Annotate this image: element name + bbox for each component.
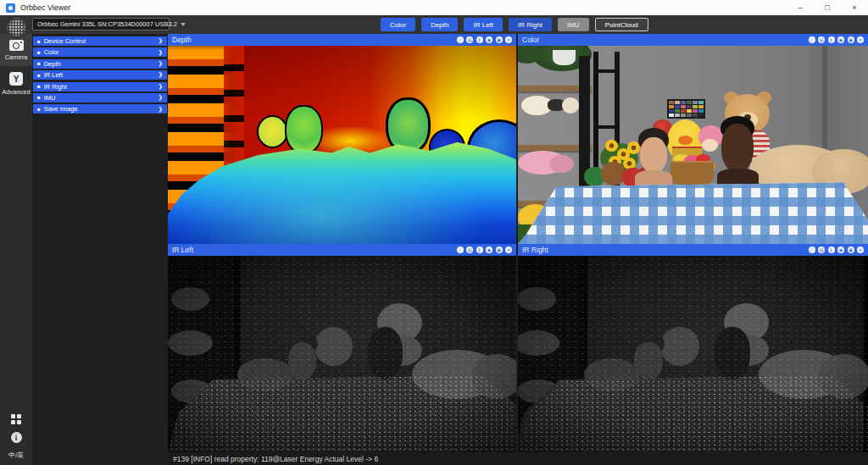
chevron-right-icon: ❯: [159, 38, 163, 44]
depth-object: [257, 115, 288, 148]
snapshot-icon[interactable]: ◉: [837, 246, 844, 253]
sidebar-item-label: Camera: [5, 53, 28, 61]
depth-stream-button[interactable]: Depth: [421, 18, 458, 31]
control-item-label: Depth: [44, 60, 61, 68]
panel-title: IR Right: [522, 246, 548, 254]
bullet-icon: ■: [37, 61, 41, 66]
close-icon[interactable]: ✕: [505, 246, 512, 253]
imu-stream-button[interactable]: IMU: [558, 18, 589, 31]
ir-right-panel: IR Right ⟋ ▤ ∥ ◉ ▣ ✕: [518, 244, 868, 452]
sidebar: Camera Advanced 中/英: [0, 34, 32, 465]
file-icon[interactable]: ▤: [818, 36, 825, 43]
control-item-depth[interactable]: ■ Depth ❯: [33, 59, 167, 69]
control-item-save-image[interactable]: ■ Save Image ❯: [33, 104, 167, 113]
depth-image: [168, 46, 516, 244]
sidebar-item-label: Advanced: [2, 88, 30, 96]
fruit-basket: [670, 161, 715, 186]
record-icon[interactable]: ▣: [848, 246, 854, 253]
pause-icon[interactable]: ∥: [476, 246, 483, 253]
mirror-icon[interactable]: ⟋: [809, 246, 815, 253]
language-toggle[interactable]: 中/英: [8, 451, 24, 460]
color-panel-header: Color ⟋ ▤ ∥ ◉ ▣ ✕: [518, 34, 868, 46]
snapshot-icon[interactable]: ◉: [486, 36, 492, 43]
panel-title: Depth: [172, 36, 192, 44]
chevron-right-icon: ❯: [159, 61, 163, 67]
pointcloud-stream-button[interactable]: PointCloud: [595, 18, 648, 31]
record-icon[interactable]: ▣: [848, 36, 854, 43]
control-item-ir-right[interactable]: ■ IR Right ❯: [33, 82, 167, 91]
mirror-icon[interactable]: ⟋: [809, 36, 815, 43]
record-icon[interactable]: ▣: [496, 246, 503, 253]
apps-grid-icon[interactable]: [11, 414, 21, 424]
orbbec-logo-icon: [6, 17, 27, 38]
mannequin-head: [721, 124, 753, 171]
sidebar-item-advanced[interactable]: Advanced: [0, 66, 32, 101]
device-selector[interactable]: Orbbec Gemini 335L SN:CP3534D00007 USB3.…: [32, 18, 170, 30]
chevron-right-icon: ❯: [159, 84, 163, 90]
ir-left-image: [168, 256, 516, 452]
control-item-label: IR Right: [44, 83, 67, 91]
close-icon[interactable]: ✕: [857, 36, 864, 43]
file-icon[interactable]: ▤: [818, 246, 825, 253]
ir-left-stream-button[interactable]: IR Left: [464, 18, 503, 31]
orbbec-viewer-window: Orbbec Viewer – □ × Orbbec Gemini 335L S…: [0, 0, 868, 465]
toolbar: Orbbec Gemini 335L SN:CP3534D00007 USB3.…: [0, 15, 868, 34]
camera-icon: [9, 40, 24, 51]
maximize-button[interactable]: □: [814, 0, 841, 15]
info-icon[interactable]: [11, 432, 22, 443]
status-message: #139 [INFO] read property: 119@Laser Ene…: [173, 455, 378, 463]
close-button[interactable]: ×: [841, 0, 868, 15]
pause-icon[interactable]: ∥: [476, 36, 483, 43]
color-checker-chart: [667, 99, 705, 119]
depth-head: [285, 105, 323, 154]
file-icon[interactable]: ▤: [466, 36, 473, 43]
ir-right-image: [518, 256, 868, 452]
file-icon[interactable]: ▤: [466, 246, 473, 253]
control-item-imu[interactable]: ■ IMU ❯: [33, 93, 167, 102]
bullet-icon: ■: [37, 84, 41, 89]
color-panel: Color ⟋ ▤ ∥ ◉ ▣ ✕: [518, 34, 868, 244]
chevron-right-icon: ❯: [159, 107, 163, 113]
snapshot-icon[interactable]: ◉: [837, 36, 844, 43]
chevron-right-icon: ❯: [159, 72, 163, 78]
chevron-right-icon: ❯: [159, 95, 163, 101]
ir-right-panel-header: IR Right ⟋ ▤ ∥ ◉ ▣ ✕: [518, 244, 868, 256]
status-bar: #139 [INFO] read property: 119@Laser Ene…: [168, 452, 868, 465]
chevron-right-icon: ❯: [159, 50, 163, 56]
record-icon[interactable]: ▣: [496, 36, 503, 43]
control-item-color[interactable]: ■ Color ❯: [33, 47, 167, 57]
color-stream-button[interactable]: Color: [381, 18, 415, 31]
close-icon[interactable]: ✕: [505, 36, 512, 43]
cube-icon: [9, 72, 23, 86]
depth-head: [386, 97, 431, 154]
app-icon: [6, 3, 15, 13]
control-item-label: Device Control: [44, 37, 86, 45]
chevron-down-icon: [181, 23, 186, 26]
pause-icon[interactable]: ∥: [828, 36, 835, 43]
ir-left-panel-header: IR Left ⟋ ▤ ∥ ◉ ▣ ✕: [168, 244, 516, 256]
control-item-ir-left[interactable]: ■ IR Left ❯: [33, 70, 167, 80]
bullet-icon: ■: [37, 50, 41, 55]
ir-right-stream-button[interactable]: IR Right: [509, 18, 552, 31]
title-bar: Orbbec Viewer – □ ×: [0, 0, 868, 15]
control-item-label: Color: [44, 48, 59, 56]
device-selector-value: Orbbec Gemini 335L SN:CP3534D00007 USB3.…: [37, 20, 177, 28]
control-item-label: IMU: [44, 94, 56, 102]
pause-icon[interactable]: ∥: [828, 246, 835, 253]
ir-left-panel: IR Left ⟋ ▤ ∥ ◉ ▣ ✕: [168, 244, 516, 452]
snapshot-icon[interactable]: ◉: [486, 246, 492, 253]
mannequin-head: [640, 137, 666, 173]
close-icon[interactable]: ✕: [857, 246, 864, 253]
control-item-device-control[interactable]: ■ Device Control ❯: [33, 36, 167, 46]
depth-panel: Depth ⟋ ▤ ∥ ◉ ▣ ✕: [168, 34, 516, 244]
sidebar-item-camera[interactable]: Camera: [0, 34, 32, 66]
control-item-label: Save Image: [44, 105, 78, 113]
control-item-label: IR Left: [44, 71, 63, 79]
minimize-button[interactable]: –: [787, 0, 814, 15]
bullet-icon: ■: [37, 73, 41, 78]
mirror-icon[interactable]: ⟋: [457, 36, 464, 43]
panel-title: IR Left: [172, 246, 193, 254]
bullet-icon: ■: [37, 95, 41, 100]
depth-panel-header: Depth ⟋ ▤ ∥ ◉ ▣ ✕: [168, 34, 516, 46]
mirror-icon[interactable]: ⟋: [457, 246, 464, 253]
